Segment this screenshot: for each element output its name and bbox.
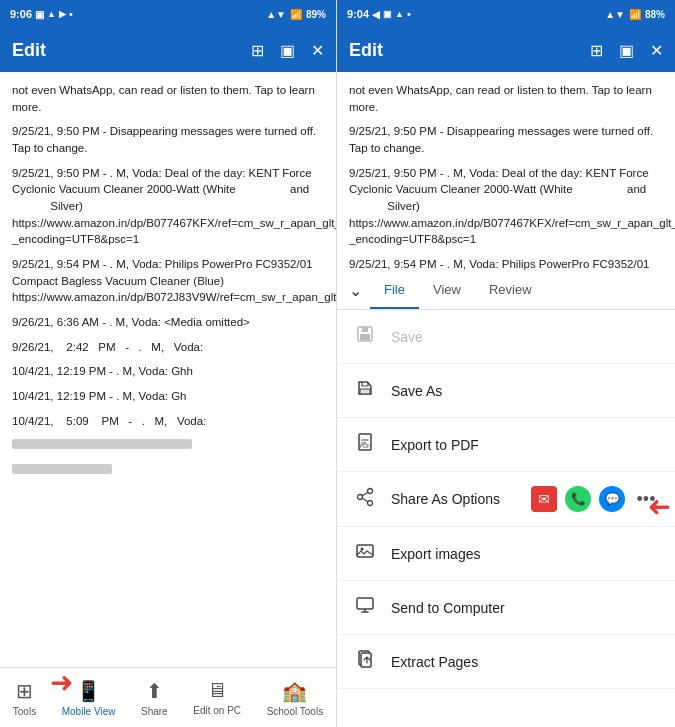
right-content-p2: 9/25/21, 9:50 PM - Disappearing messages… [349,123,663,156]
svg-rect-3 [360,389,370,394]
single-view-icon[interactable]: ▣ [280,41,295,60]
share-whatsapp-icon[interactable]: 📞 [565,486,591,512]
tab-review[interactable]: Review [475,272,546,309]
save-as-label: Save As [391,383,659,399]
school-tools-icon: 🏫 [282,679,307,703]
tools-icon: ⊞ [16,679,33,703]
wifi-icon: 📶 [290,9,302,20]
left-title: Edit [12,40,46,61]
toolbar-school-tools[interactable]: 🏫 School Tools [259,675,332,721]
share-icon: ⬆ [146,679,163,703]
left-title-icons: ⊞ ▣ ✕ [251,41,324,60]
right-close-icon[interactable]: ✕ [650,41,663,60]
left-content-p6: 9/26/21, 2:42 PM - . M, Voda: [12,339,324,356]
status-left: 9:06 ▣ ▲ ▶ • [10,8,73,20]
svg-rect-2 [360,334,370,340]
export-pdf-label: Export to PDF [391,437,659,453]
menu-item-send-computer[interactable]: Send to Computer [337,581,675,635]
export-images-icon [353,541,377,566]
share-as-label: Share As Options [391,491,517,507]
menu-item-extract-pages[interactable]: Extract Pages [337,635,675,689]
grid-icon[interactable]: ⊞ [251,41,264,60]
chevron-down-icon[interactable]: ⌄ [349,281,362,300]
share-mail-icon[interactable]: ✉ [531,486,557,512]
right-title: Edit [349,40,383,61]
edit-on-pc-icon: 🖥 [207,679,227,702]
save-icon [353,324,377,349]
svg-line-9 [362,492,368,496]
toolbar-tools[interactable]: ⊞ Tools [5,675,44,721]
right-wifi-icon: 📶 [629,9,641,20]
left-content: not even WhatsApp, can read or listen to… [0,72,336,667]
time-left: 9:06 [10,8,32,20]
svg-rect-13 [357,598,373,609]
left-content-p5: 9/26/21, 6:36 AM - . M, Voda: <Media omi… [12,314,324,331]
share-label: Share [141,706,168,717]
send-computer-label: Send to Computer [391,600,659,616]
tools-label: Tools [13,706,36,717]
right-content-p1: not even WhatsApp, can read or listen to… [349,82,663,115]
right-content-p4: 9/25/21, 9:54 PM - . M, Voda: Philips Po… [349,256,663,272]
extract-pages-label: Extract Pages [391,654,659,670]
school-tools-label: School Tools [267,706,324,717]
svg-point-12 [361,548,364,551]
menu-item-save[interactable]: Save [337,310,675,364]
tab-file[interactable]: File [370,272,419,309]
share-as-icon [353,487,377,512]
left-status-bar: 9:06 ▣ ▲ ▶ • ▲▼ 📶 89% [0,0,336,28]
menu-item-export-pdf[interactable]: PDF Export to PDF [337,418,675,472]
menu-item-save-as[interactable]: Save As [337,364,675,418]
right-location-icon: ◀ [372,9,380,20]
right-status-left: 9:04 ◀ ▣ ▲ • [347,8,411,20]
right-panel: 9:04 ◀ ▣ ▲ • ▲▼ 📶 88% Edit ⊞ ▣ ✕ not eve [337,0,675,727]
share-actions: ✉ 📞 💬 ••• [531,486,659,512]
share-more-icon[interactable]: ••• [633,486,659,512]
save-as-icon [353,378,377,403]
right-sim-icon: ▣ [383,9,392,19]
left-content-p2: 9/25/21, 9:50 PM - Disappearing messages… [12,123,324,156]
right-single-icon[interactable]: ▣ [619,41,634,60]
toolbar-share[interactable]: ⬆ Share [133,675,176,721]
right-dot: • [407,8,411,20]
save-label: Save [391,329,659,345]
right-updown-icon: ▲▼ [605,9,625,20]
status-right: ▲▼ 📶 89% [266,9,326,20]
right-battery: 88% [645,9,665,20]
menu-item-share-as[interactable]: Share As Options ✉ 📞 💬 ••• [337,472,675,527]
menu-list: Save Save As [337,310,675,727]
left-panel: 9:06 ▣ ▲ ▶ • ▲▼ 📶 89% Edit ⊞ ▣ ✕ not eve [0,0,337,727]
right-status-bar: 9:04 ◀ ▣ ▲ • ▲▼ 📶 88% [337,0,675,28]
sim-icon: ▣ [35,9,44,20]
svg-line-10 [362,498,368,502]
right-signal-icon: ▲ [395,9,404,19]
menu-item-export-images[interactable]: Export images [337,527,675,581]
left-content-p4: 9/25/21, 9:54 PM - . M, Voda: Philips Po… [12,256,324,306]
svg-rect-1 [362,327,368,332]
upload-download-icon: ▲▼ [266,9,286,20]
svg-point-8 [358,494,363,499]
toolbar-mobile-view[interactable]: 📱 Mobile View [54,675,124,721]
right-content: not even WhatsApp, can read or listen to… [337,72,675,272]
send-computer-icon [353,595,377,620]
svg-text:PDF: PDF [360,443,370,449]
mobile-view-icon: 📱 [76,679,101,703]
signal-icon: ▲ [47,9,56,19]
toolbar-edit-on-pc[interactable]: 🖥 Edit on PC [185,675,249,720]
battery-left: 89% [306,9,326,20]
svg-rect-11 [357,545,373,557]
edit-on-pc-label: Edit on PC [193,705,241,716]
mobile-view-label: Mobile View [62,706,116,717]
left-content-p9: 10/4/21, 5:09 PM - . M, Voda: [12,413,324,430]
left-content-p8: 10/4/21, 12:19 PM - . M, Voda: Gh [12,388,324,405]
left-title-bar: Edit ⊞ ▣ ✕ [0,28,336,72]
close-icon[interactable]: ✕ [311,41,324,60]
left-content-p11 [12,462,324,479]
tab-view[interactable]: View [419,272,475,309]
left-bottom-toolbar: ⊞ Tools 📱 Mobile View ⬆ Share 🖥 Edit on … [0,667,336,727]
right-title-icons: ⊞ ▣ ✕ [590,41,663,60]
right-grid-icon[interactable]: ⊞ [590,41,603,60]
left-content-p3: 9/25/21, 9:50 PM - . M, Voda: Deal of th… [12,165,324,248]
right-status-right: ▲▼ 📶 88% [605,9,665,20]
share-messenger-icon[interactable]: 💬 [599,486,625,512]
right-time: 9:04 [347,8,369,20]
